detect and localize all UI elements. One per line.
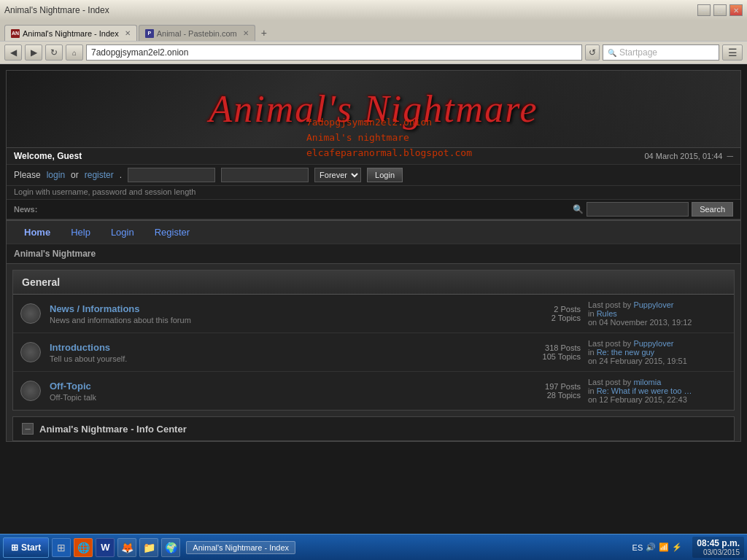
back-btn[interactable]: ◀ — [4, 44, 22, 61]
forum-name-0[interactable]: News / Informations — [50, 303, 140, 314]
new-tab-btn[interactable]: + — [257, 25, 271, 41]
forum-stats-2: 197 Posts 28 Topics — [522, 382, 581, 400]
password-input[interactable] — [221, 168, 309, 182]
address-bar[interactable]: 7adopgjsyman2el2.onion — [86, 44, 582, 61]
lastpost-by-label-0: Last post by Puppylover — [588, 300, 727, 309]
lastpost-by-1[interactable]: Puppylover — [633, 339, 673, 348]
title-bar-controls[interactable]: ─ □ ✕ — [697, 4, 743, 16]
start-label: Start — [21, 542, 41, 553]
welcome-right: 04 March 2015, 01:44 ─ — [644, 151, 733, 161]
forum-posts-2: 197 Posts — [522, 382, 581, 391]
forum-search-input[interactable] — [587, 202, 689, 217]
nav-bar: ◀ ▶ ↻ ⌂ 7adopgjsyman2el2.onion ↺ 🔍 Start… — [0, 41, 747, 64]
lastpost-in-0: in Rules — [588, 309, 727, 318]
forum-topics-2: 28 Topics — [522, 391, 581, 400]
start-button[interactable]: ⊞ Start — [3, 537, 49, 558]
clock-date: 03/03/2015 — [697, 548, 740, 556]
taskbar-icon-firefox[interactable]: 🌐 — [74, 538, 93, 557]
session-select[interactable]: Forever — [314, 168, 361, 182]
tab-label-1: Animal - Pastebin.com — [157, 29, 237, 38]
lastpost-in-link-2[interactable]: Re: What if we were too … — [597, 386, 692, 395]
lastpost-date-0: on 04 November 2013, 19:12 — [588, 318, 727, 327]
minimize-window-btn[interactable]: ─ — [697, 4, 711, 16]
tab-bar: AN Animal's Nightmare - Index ✕ P Animal… — [0, 20, 747, 41]
nav-home[interactable]: Home — [14, 221, 61, 244]
close-window-btn[interactable]: ✕ — [729, 4, 743, 16]
search-bar[interactable]: 🔍 Startpage — [603, 44, 719, 61]
title-bar-left: Animal's Nightmare - Index — [4, 5, 109, 15]
restore-window-btn[interactable]: □ — [713, 4, 727, 16]
welcome-text: Welcome, Guest — [14, 151, 82, 161]
nav-login[interactable]: Login — [101, 221, 144, 244]
tab-label-0: Animal's Nightmare - Index — [23, 29, 119, 38]
system-tray: ES 🔊 📶 ⚡ — [628, 542, 687, 552]
taskbar-active-window[interactable]: Animal's Nightmare - Index — [186, 541, 295, 554]
window-title: Animal's Nightmare - Index — [4, 5, 109, 15]
breadcrumb-link[interactable]: Animal's Nightmare — [14, 249, 96, 259]
lastpost-in-1: in Re: the new guy — [588, 348, 727, 357]
lastpost-in-link-0[interactable]: Rules — [597, 309, 617, 318]
login-button[interactable]: Login — [367, 168, 403, 182]
tab-close-1[interactable]: ✕ — [243, 29, 249, 37]
forum-desc-2: Off-Topic talk — [50, 393, 522, 402]
forum-name-1[interactable]: Introductions — [50, 342, 110, 353]
reload-btn[interactable]: ↻ — [45, 44, 63, 61]
forum-icon-1 — [20, 342, 41, 362]
tab-0[interactable]: AN Animal's Nightmare - Index ✕ — [4, 25, 137, 41]
lastpost-by-0[interactable]: Puppylover — [633, 300, 673, 309]
tab-1[interactable]: P Animal - Pastebin.com ✕ — [139, 25, 255, 41]
lastpost-date-1: on 24 February 2015, 19:51 — [588, 357, 727, 365]
general-header: General — [13, 271, 734, 295]
news-label: News: — [14, 205, 37, 214]
nav-help[interactable]: Help — [61, 221, 101, 244]
taskbar-right: ES 🔊 📶 ⚡ 08:45 p.m. 03/03/2015 — [628, 537, 744, 558]
taskbar-icon-word[interactable]: W — [96, 538, 115, 557]
forum-wrapper: Animal's Nightmare Welcome, Guest 04 Mar… — [6, 70, 741, 442]
general-title: General — [22, 276, 60, 288]
forum-topics-0: 2 Topics — [522, 314, 581, 322]
forum-info-1: Introductions Tell us about yourself. — [50, 342, 522, 363]
welcome-prefix: Welcome, — [14, 151, 57, 161]
forum-lastpost-1: Last post by Puppylover in Re: the new g… — [581, 339, 727, 365]
info-center-header: ─ Animal's Nightmare - Info Center — [12, 416, 735, 441]
taskbar-icon-browser2[interactable]: 🌍 — [161, 538, 180, 557]
search-engine-icon: 🔍 — [608, 49, 616, 57]
collapse-icon[interactable]: ─ — [22, 423, 34, 435]
datetime-display: 04 March 2015, 01:44 — [644, 152, 722, 160]
nav-menu: Home Help Login Register — [7, 219, 740, 244]
browser-chrome: Animal's Nightmare - Index ─ □ ✕ AN Anim… — [0, 0, 747, 64]
menu-btn[interactable]: ☰ — [722, 44, 743, 61]
forum-row-0: News / Informations News and information… — [13, 295, 734, 333]
forum-info-2: Off-Topic Off-Topic talk — [50, 381, 522, 402]
taskbar: ⊞ Start ⊞ 🌐 W 🦊 📁 🌍 Animal's Nightmare -… — [0, 534, 747, 560]
forum-lastpost-0: Last post by Puppylover in Rules on 04 N… — [581, 300, 727, 327]
lastpost-in-link-1[interactable]: Re: the new guy — [597, 348, 655, 357]
lastpost-by-2[interactable]: milomia — [633, 378, 661, 386]
panel-minimize-btn[interactable]: ─ — [727, 151, 733, 161]
home-btn[interactable]: ⌂ — [66, 44, 83, 61]
forum-icon-2 — [20, 381, 41, 401]
register-link[interactable]: register — [85, 170, 114, 180]
taskbar-icon-folder[interactable]: 📁 — [139, 538, 158, 557]
page-content: 7adopgjsyman2el2.onion Animal's nightmar… — [0, 64, 747, 448]
forum-stats-1: 318 Posts 105 Topics — [522, 343, 581, 361]
forum-name-2[interactable]: Off-Topic — [50, 381, 91, 392]
tab-close-0[interactable]: ✕ — [125, 29, 131, 37]
taskbar-icon-game[interactable]: 🦊 — [117, 538, 136, 557]
tab-favicon-0: AN — [11, 29, 20, 38]
tray-lang: ES — [632, 543, 643, 552]
nav-register[interactable]: Register — [144, 221, 200, 244]
login-link[interactable]: login — [47, 170, 65, 180]
forum-lastpost-2: Last post by milomia in Re: What if we w… — [581, 378, 727, 404]
title-bar: Animal's Nightmare - Index ─ □ ✕ — [0, 0, 747, 20]
period-text: . — [120, 170, 122, 180]
username-input[interactable] — [128, 168, 215, 182]
please-text: Please — [14, 170, 41, 180]
taskbar-left: ⊞ Start ⊞ 🌐 W 🦊 📁 🌍 Animal's Nightmare -… — [3, 537, 295, 558]
search-button[interactable]: Search — [692, 202, 733, 217]
clock[interactable]: 08:45 p.m. 03/03/2015 — [692, 537, 744, 558]
windows-logo-icon: ⊞ — [11, 542, 18, 553]
refresh-btn[interactable]: ↺ — [585, 44, 600, 61]
forward-btn[interactable]: ▶ — [25, 44, 42, 61]
taskbar-icon-0[interactable]: ⊞ — [52, 538, 71, 557]
